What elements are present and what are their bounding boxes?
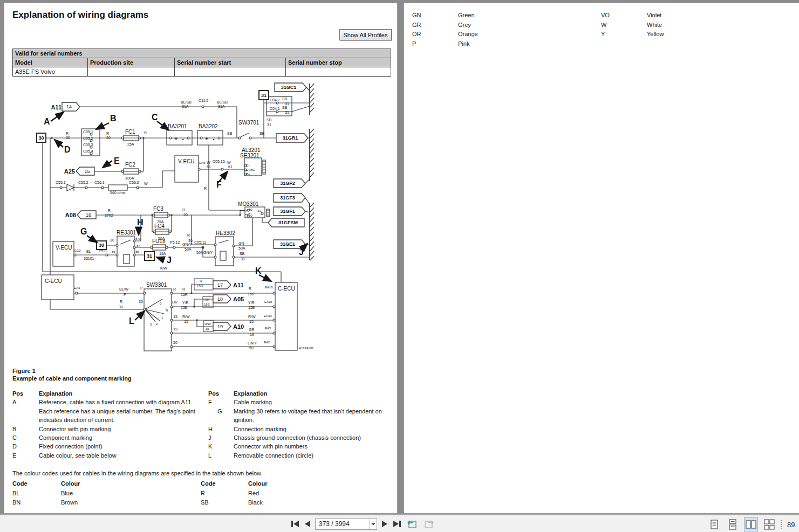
diagram-label: +: [205, 135, 208, 142]
diagram-shape: [310, 168, 314, 172]
diagram-label: E: [114, 156, 120, 165]
diagram-shape: [310, 143, 314, 148]
colour-cell: Black: [248, 498, 263, 508]
diagram-label: A25: [64, 168, 75, 175]
flag-label: 31GR1: [283, 135, 298, 141]
diagram-label: 87A: [135, 237, 141, 240]
relay-coil-re3301: [124, 254, 129, 264]
diagram-label: 31: [241, 257, 245, 261]
chassis-ground-symbol: [310, 203, 314, 260]
viewer-toolbar: 373 / 3994: [0, 514, 799, 532]
diagram-shape: [310, 237, 314, 241]
next-view-icon: [424, 519, 434, 529]
figure-label: Figure 1: [12, 367, 132, 375]
diagram-label: EA5: [265, 327, 271, 330]
diagram-label: SW3701: [238, 120, 259, 126]
diagram-label: C05.1: [83, 130, 93, 134]
ignition-switch-sw3301-box: [144, 289, 172, 351]
single-page-layout-button[interactable]: [707, 517, 721, 531]
diagram-label: 3702: [105, 213, 113, 217]
connection-node: [218, 137, 220, 139]
connection-node: [170, 332, 173, 334]
junction-dot: [202, 246, 204, 248]
show-all-profiles-button[interactable]: Show All Profiles: [339, 29, 392, 40]
pos-row: CComponent marking: [12, 433, 201, 442]
connection-node: [187, 137, 189, 139]
continuous-layout-button[interactable]: [726, 517, 740, 531]
previous-page-button[interactable]: [304, 520, 311, 528]
diagram-label: C05.2: [83, 136, 93, 140]
diagram-shape: [310, 232, 314, 236]
relay-coil-re3302: [220, 251, 226, 260]
diagram-label: C56.1: [94, 181, 105, 184]
diagram-label: MO3301: [238, 201, 259, 207]
pos-cell: E: [12, 451, 39, 460]
code-colour-row: RRed: [201, 489, 384, 499]
connection-node: [273, 292, 275, 294]
connection-node: [202, 106, 204, 108]
diagram-label: BL/W: [119, 287, 129, 291]
diagram-shape: [310, 246, 314, 251]
diagram-label: EA15: [264, 300, 272, 303]
diagram-label: R: [66, 132, 69, 135]
diagram-label: SW3301: [146, 282, 167, 288]
connection-node: [233, 245, 235, 247]
connection-node: [169, 137, 172, 139]
connection-node: [133, 254, 135, 256]
diagram-label: D-: [246, 164, 249, 167]
diagram-shape: [310, 139, 314, 143]
diagram-label: GN/Y: [203, 251, 213, 254]
facing-layout-button[interactable]: [744, 517, 758, 531]
diagram-label: W: [144, 182, 148, 185]
pos-cell: J: [208, 433, 234, 442]
colour-cell: Brown: [61, 498, 78, 508]
facing-continuous-layout-button[interactable]: [762, 517, 776, 531]
diagram-shape: [310, 129, 314, 133]
connection-node: [233, 256, 235, 258]
zoom-slider-grip[interactable]: [781, 520, 783, 529]
diagram-label: 15R: [248, 292, 255, 296]
junction-dot: [190, 292, 193, 294]
diagram-label: 15: [184, 320, 188, 323]
next-view-button[interactable]: [422, 518, 435, 530]
page-layout-controls: 89.: [707, 517, 797, 531]
connection-node: [121, 170, 124, 172]
code-colour-row: PPink: [412, 39, 596, 49]
diagram-shape: [310, 217, 314, 222]
code-colour-row: BNBrown: [12, 498, 196, 508]
diagram-label: 100A: [125, 176, 134, 180]
first-page-button[interactable]: [290, 520, 300, 528]
diagram-label: A08: [65, 212, 76, 218]
diagram-label: 560 ohm: [110, 191, 125, 195]
connection-node: [139, 137, 141, 139]
diagram-label: EA6: [199, 161, 206, 164]
colour-cell: Pink: [458, 39, 469, 49]
diagram-label: RE3302: [216, 230, 236, 236]
explanation-cell: Connection marking: [234, 425, 286, 433]
page-number-combo[interactable]: 373 / 3994: [315, 519, 377, 530]
connection-node: [170, 306, 173, 308]
diagram-label: BL: [86, 250, 91, 253]
diagram-shape: [310, 222, 314, 226]
pos-cell: D: [12, 442, 39, 451]
callout-arrow: [103, 161, 112, 168]
diagram-label: B+: [246, 172, 250, 176]
diagram-label: GR: [249, 328, 255, 331]
diagram-label: FC4: [154, 223, 165, 229]
diagram-label: 50: [249, 346, 254, 350]
diagram-shape: [310, 98, 314, 102]
junction-dot: [170, 214, 173, 216]
boxed-marker-label: 30: [99, 243, 104, 248]
facing-continuous-icon: [764, 519, 775, 530]
previous-view-button[interactable]: [406, 518, 419, 530]
pos-row: AReference, cable has a fixed connection…: [12, 398, 201, 424]
next-page-button[interactable]: [381, 520, 388, 528]
last-page-button[interactable]: [392, 520, 402, 528]
connection-node: [133, 246, 135, 248]
diagram-label: 85: [135, 250, 139, 253]
diagram-shape: [310, 203, 314, 207]
figure-caption-block: Figure 1 Example of cable and component …: [12, 367, 132, 382]
code-colour-row: SBBlack: [201, 498, 384, 508]
diagram-label: EA2: [264, 341, 270, 344]
page-combo-dropdown[interactable]: [369, 519, 377, 529]
